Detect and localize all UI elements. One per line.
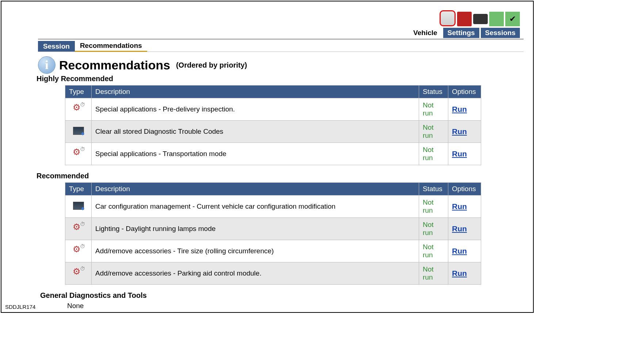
cell-status: Not run [419, 240, 448, 262]
page-subtitle: (Ordered by priority) [176, 61, 247, 69]
table-row: Add/remove accessories - Parking aid con… [65, 262, 481, 285]
screen-icon [73, 202, 84, 210]
cell-description: Add/remove accessories - Tire size (roll… [92, 240, 419, 262]
col-options: Options [448, 86, 481, 98]
cell-description: Special applications - Pre-delivery insp… [92, 98, 419, 121]
cell-status: Not run [419, 98, 448, 121]
table-recommended: Type Description Status Options Car conf… [65, 182, 481, 285]
footer-code: SDDJLR174 [5, 304, 35, 310]
nav-settings[interactable]: Settings [443, 28, 479, 38]
heading-highly-recommended: Highly Recommended [37, 75, 524, 83]
col-description: Description [92, 183, 419, 196]
run-link[interactable]: Run [452, 202, 467, 211]
box-icon[interactable] [457, 12, 472, 26]
tab-session[interactable]: Session [38, 41, 75, 52]
cell-status: Not run [419, 196, 448, 218]
screen-icon [73, 127, 84, 135]
table-row: Clear all stored Diagnostic Trouble Code… [65, 121, 481, 143]
run-link[interactable]: Run [452, 224, 467, 233]
gear-icon [73, 223, 84, 233]
gear-icon [73, 268, 84, 277]
table-highly-recommended: Type Description Status Options Special … [65, 85, 481, 165]
tab-recommendations[interactable]: Recommendations [75, 40, 147, 52]
top-toolbar: ✔ [38, 9, 524, 26]
table-row: Special applications - Pre-delivery insp… [65, 98, 481, 121]
heading-general-diagnostics: General Diagnostics and Tools [40, 291, 524, 300]
page-title: Recommendations [59, 58, 170, 72]
table-row: Special applications - Transportation mo… [65, 143, 481, 165]
data-icon[interactable] [489, 12, 504, 26]
cell-description: Clear all stored Diagnostic Trouble Code… [92, 121, 419, 143]
nav-vehicle[interactable]: Vehicle [409, 28, 442, 38]
col-type: Type [65, 86, 92, 98]
nav-sessions[interactable]: Sessions [481, 28, 520, 38]
cell-status: Not run [419, 218, 448, 240]
cell-status: Not run [419, 121, 448, 143]
check-icon[interactable]: ✔ [505, 12, 520, 26]
heading-recommended: Recommended [37, 172, 524, 180]
col-status: Status [419, 86, 448, 98]
run-link[interactable]: Run [452, 247, 467, 255]
run-link[interactable]: Run [452, 105, 467, 113]
table-row: Add/remove accessories - Tire size (roll… [65, 240, 481, 262]
run-link[interactable]: Run [452, 149, 467, 158]
run-link[interactable]: Run [452, 127, 467, 136]
module-icon[interactable] [473, 12, 488, 26]
cell-description: Special applications - Transportation mo… [92, 143, 419, 165]
clipboard-icon[interactable] [440, 10, 456, 26]
col-description: Description [92, 86, 419, 98]
gear-icon [73, 148, 84, 158]
cell-status: Not run [419, 143, 448, 165]
run-link[interactable]: Run [452, 269, 467, 277]
col-type: Type [65, 183, 92, 196]
cell-description: Car configuration management - Current v… [92, 196, 419, 218]
gear-icon [73, 104, 84, 113]
cell-description: Add/remove accessories - Parking aid con… [92, 262, 419, 285]
gear-icon [73, 246, 84, 255]
general-none: None [67, 302, 524, 310]
col-status: Status [419, 183, 448, 196]
info-icon: i [38, 56, 55, 74]
cell-description: Lighting - Daylight running lamps mode [92, 218, 419, 240]
col-options: Options [448, 183, 481, 196]
cell-status: Not run [419, 262, 448, 285]
table-row: Lighting - Daylight running lamps mode N… [65, 218, 481, 240]
table-row: Car configuration management - Current v… [65, 196, 481, 218]
tab-bar: Session Recommendations [38, 40, 524, 52]
